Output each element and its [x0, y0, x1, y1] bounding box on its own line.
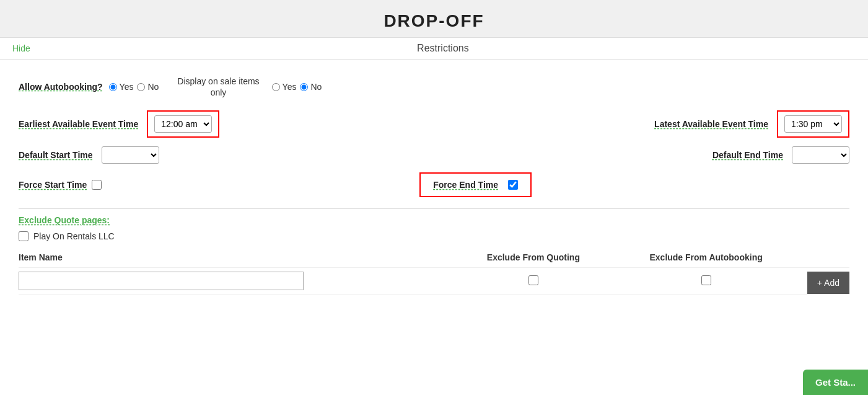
earliest-time-box: 12:00 am 12:30 am 1:00 am 1:30 am 6:00 a… — [147, 110, 219, 138]
autobooking-yes-radio[interactable] — [109, 83, 117, 91]
display-sale-line2: only — [211, 87, 227, 97]
exclude-quoting-checkbox[interactable] — [528, 275, 538, 285]
items-table-wrapper: Item Name Exclude From Quoting Exclude F… — [19, 247, 849, 295]
col-item-name: Item Name — [19, 247, 455, 268]
force-start-checkbox[interactable] — [92, 180, 102, 190]
event-time-row: Earliest Available Event Time 12:00 am 1… — [19, 110, 849, 138]
page-header: DROP-OFF — [0, 0, 868, 38]
default-end-select[interactable]: 12:00 am 12:30 am 1:00 am — [792, 146, 849, 164]
exclude-quote-row: Exclude Quote pages: — [19, 215, 849, 225]
autobooking-no-label[interactable]: No — [137, 82, 159, 92]
autobooking-yes-text: Yes — [120, 82, 134, 92]
earliest-label: Earliest Available Event Time — [19, 119, 138, 129]
play-on-rentals-checkbox[interactable] — [19, 231, 28, 241]
autobooking-row: Allow Autobooking? Yes No Display on sal… — [19, 76, 849, 98]
item-name-input[interactable] — [19, 272, 304, 290]
col-exclude-quoting: Exclude From Quoting — [455, 247, 613, 268]
default-start-select[interactable]: 12:00 am 12:30 am 1:00 am — [102, 146, 159, 164]
display-sale-radio-group: Yes No — [272, 82, 322, 92]
page-title: DROP-OFF — [0, 11, 868, 31]
display-sale-yes-radio[interactable] — [272, 83, 280, 91]
autobooking-no-text: No — [147, 82, 159, 92]
display-sale-yes-label[interactable]: Yes — [272, 82, 297, 92]
latest-time-select[interactable]: 12:00 am 12:30 am 1:00 am 1:30 am 6:00 a… — [784, 115, 842, 133]
main-content: Allow Autobooking? Yes No Display on sal… — [0, 60, 868, 301]
default-start-label: Default Start Time — [19, 150, 93, 160]
table-row: + Add — [19, 268, 849, 295]
display-sale-line1: Display on sale items — [177, 76, 259, 86]
autobooking-no-radio[interactable] — [137, 83, 145, 91]
default-end-label: Default End Time — [712, 150, 783, 160]
latest-time-box: 12:00 am 12:30 am 1:00 am 1:30 am 6:00 a… — [777, 110, 849, 138]
add-button[interactable]: + Add — [807, 272, 849, 294]
display-sale-yes-text: Yes — [283, 82, 297, 92]
restrictions-label: Restrictions — [30, 43, 856, 54]
autobooking-label: Allow Autobooking? — [19, 82, 103, 92]
col-exclude-autobooking: Exclude From Autobooking — [612, 247, 800, 268]
latest-label: Latest Available Event Time — [654, 119, 768, 129]
earliest-time-select[interactable]: 12:00 am 12:30 am 1:00 am 1:30 am 6:00 a… — [154, 115, 212, 133]
force-time-row: Force Start Time Force End Time — [19, 172, 849, 197]
section-divider — [19, 208, 849, 209]
force-end-box: Force End Time — [419, 172, 532, 197]
autobooking-radio-group: Yes No — [109, 82, 159, 92]
force-start-label: Force Start Time — [19, 180, 87, 190]
force-end-label: Force End Time — [433, 180, 498, 190]
play-on-rentals-label: Play On Rentals LLC — [33, 231, 115, 241]
exclude-quote-link[interactable]: Exclude Quote pages: — [19, 215, 110, 225]
play-on-rentals-row: Play On Rentals LLC — [19, 231, 849, 241]
section-header: Hide Restrictions — [0, 38, 868, 60]
exclude-autobooking-checkbox[interactable] — [701, 275, 711, 285]
autobooking-yes-label[interactable]: Yes — [109, 82, 134, 92]
hide-link[interactable]: Hide — [12, 43, 30, 53]
display-sale-no-text: No — [310, 82, 322, 92]
display-sale-label: Display on sale items only — [177, 76, 259, 98]
display-sale-no-radio[interactable] — [300, 83, 308, 91]
force-end-checkbox[interactable] — [508, 180, 518, 190]
items-table: Item Name Exclude From Quoting Exclude F… — [19, 247, 849, 295]
display-sale-no-label[interactable]: No — [300, 82, 322, 92]
default-time-row: Default Start Time 12:00 am 12:30 am 1:0… — [19, 146, 849, 164]
